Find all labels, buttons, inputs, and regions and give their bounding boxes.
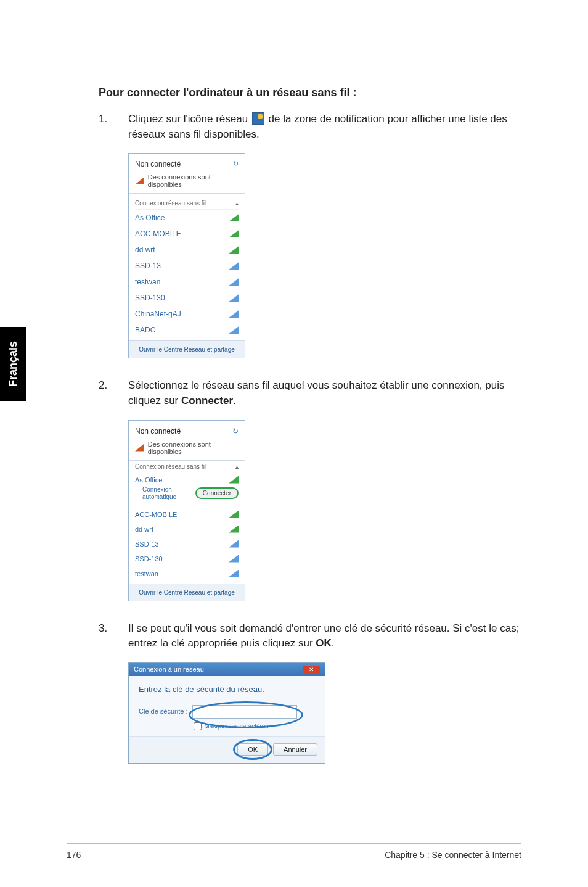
step-2: 2. Sélectionnez le réseau sans fil auque… [99, 378, 521, 408]
language-tab: Français [0, 327, 26, 401]
network-item: BADC [135, 322, 239, 338]
signal-icon [135, 444, 144, 452]
step-body: Cliquez sur l'icône réseau de la zone de… [128, 112, 521, 142]
close-icon[interactable]: ✕ [303, 666, 320, 674]
network-item: ChinaNet-gAJ [135, 306, 239, 322]
availability-text: Des connexions sont disponibles [148, 440, 239, 455]
signal-icon [229, 476, 239, 484]
network-item: SSD-130 [135, 551, 239, 566]
footer-rule [67, 843, 521, 844]
page-number: 176 [67, 850, 81, 860]
screenshot-connect: Non connecté ↻ Des connexions sont dispo… [128, 420, 245, 601]
network-item: ACC-MOBILE [135, 226, 239, 242]
refresh-icon[interactable]: ↻ [232, 427, 239, 435]
network-item: SSD-130 [135, 290, 239, 306]
refresh-icon[interactable]: ↻ [233, 160, 239, 168]
page-footer: 176 Chapitre 5 : Se connecter à Internet [67, 850, 521, 860]
security-key-label: Clé de sécurité : [139, 705, 187, 715]
network-item: testwan [135, 274, 239, 290]
group-label: Connexion réseau sans fil [135, 463, 206, 470]
group-label: Connexion réseau sans fil [135, 200, 206, 207]
highlight-oval [189, 701, 303, 728]
signal-icon [229, 246, 239, 254]
section-heading: Pour connecter l'ordinateur à un réseau … [99, 86, 521, 99]
step-body: Sélectionnez le réseau sans fil auquel v… [128, 378, 521, 408]
signal-icon [229, 326, 239, 334]
signal-icon [229, 278, 239, 286]
network-item: dd wrt [135, 522, 239, 537]
network-item: As Office [135, 210, 239, 226]
cancel-button[interactable]: Annuler [273, 743, 317, 756]
network-item: dd wrt [135, 242, 239, 258]
open-network-center-link[interactable]: Ouvrir le Centre Réseau et partage [129, 584, 245, 601]
signal-icon [229, 540, 239, 548]
open-network-center-link[interactable]: Ouvrir le Centre Réseau et partage [129, 340, 245, 358]
signal-icon [229, 262, 239, 270]
ok-button[interactable]: OK [237, 743, 268, 756]
signal-icon [229, 526, 239, 533]
connect-button[interactable]: Connecter [195, 487, 239, 499]
step-text: Cliquez sur l'icône réseau [128, 113, 251, 125]
chevron-up-icon[interactable]: ▴ [235, 463, 239, 470]
auto-connect-label: automatique [142, 493, 176, 501]
step-body: Il se peut qu'il vous soit demandé d'ent… [128, 621, 521, 651]
dialog-message: Entrez la clé de sécurité du réseau. [139, 685, 315, 694]
signal-icon [229, 555, 239, 563]
step-number: 3. [99, 621, 128, 651]
status-text: Non connecté [135, 160, 181, 168]
step-bold: Connecter [181, 395, 233, 406]
selected-network[interactable]: As Office [135, 476, 162, 484]
auto-connect-label: Connexion [142, 486, 176, 493]
chapter-label: Chapitre 5 : Se connecter à Internet [385, 850, 521, 860]
step-text: . [233, 395, 236, 406]
network-item: SSD-13 [135, 258, 239, 274]
network-item: testwan [135, 566, 239, 581]
availability-text: Des connexions sont disponibles [148, 173, 239, 188]
status-text: Non connecté [135, 427, 181, 435]
network-item: ACC-MOBILE [135, 507, 239, 522]
step-text: . [332, 637, 335, 649]
signal-icon [229, 310, 239, 318]
step-3: 3. Il se peut qu'il vous soit demandé d'… [99, 621, 521, 651]
signal-icon [229, 511, 239, 518]
step-number: 2. [99, 378, 128, 408]
screenshot-network-list: Non connecté ↻ Des connexions sont dispo… [128, 153, 245, 358]
chevron-up-icon[interactable]: ▴ [235, 200, 239, 207]
screenshot-security-key-dialog: Connexion à un réseau ✕ Entrez la clé de… [128, 662, 325, 764]
signal-icon [229, 230, 239, 237]
signal-icon [229, 570, 239, 577]
signal-icon [229, 294, 239, 302]
network-item: SSD-13 [135, 537, 239, 551]
signal-icon [135, 177, 144, 184]
step-number: 1. [99, 112, 128, 142]
step-bold: OK [316, 637, 332, 649]
signal-icon [229, 214, 239, 221]
network-tray-icon [252, 112, 264, 125]
manual-page: Français Pour connecter l'ordinateur à u… [0, 0, 588, 887]
dialog-title: Connexion à un réseau [134, 666, 204, 673]
step-1: 1. Cliquez sur l'icône réseau de la zone… [99, 112, 521, 142]
